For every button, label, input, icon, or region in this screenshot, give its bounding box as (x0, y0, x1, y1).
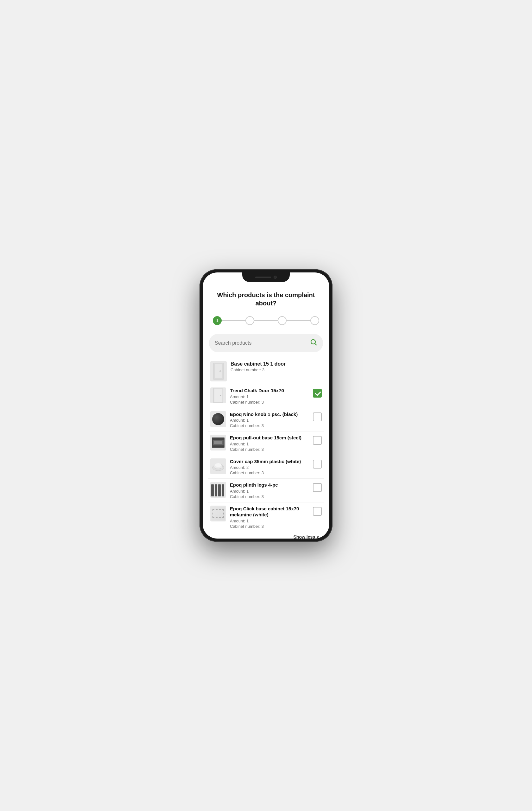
product-image-melamine (210, 506, 226, 521)
speaker (255, 277, 271, 278)
product-checkbox-1[interactable] (313, 389, 322, 398)
svg-line-1 (315, 344, 316, 345)
product-item-2: Epoq Nino knob 1 psc. (black) Amount: 1 … (208, 408, 324, 431)
search-bar[interactable] (209, 334, 323, 352)
knob-visual (212, 413, 224, 425)
product-name-5: Epoq plinth legs 4-pc (230, 482, 309, 488)
product-amount-2: Amount: 1 (230, 418, 309, 423)
product-checkbox-2[interactable] (313, 412, 322, 421)
leg-1 (211, 484, 214, 496)
product-info-5: Epoq plinth legs 4-pc Amount: 1 Cabinet … (230, 482, 309, 499)
phone-wrapper: Which products is the complaint about? 1 (200, 269, 332, 542)
product-cabinet-5: Cabinet number: 3 (230, 494, 309, 499)
product-cabinet-2: Cabinet number: 3 (230, 423, 309, 428)
svg-point-13 (215, 463, 221, 467)
product-amount-5: Amount: 1 (230, 489, 309, 493)
product-info-4: Cover cap 35mm plastic (white) Amount: 2… (230, 458, 309, 475)
product-name-3: Epoq pull-out base 15cm (steel) (230, 435, 309, 441)
product-image-legs (210, 482, 226, 498)
group-header-1: Base cabinet 15 1 door Cabinet number: 3 (208, 357, 324, 384)
leg-4 (222, 484, 224, 496)
product-name-2: Epoq Nino knob 1 psc. (black) (230, 411, 309, 417)
product-checkbox-3[interactable] (313, 436, 322, 445)
page-header: Which products is the complaint about? (203, 285, 329, 312)
product-amount-1: Amount: 1 (230, 394, 309, 399)
progress-stepper: 1 (203, 312, 329, 331)
step-2 (246, 316, 254, 325)
product-image-knob (210, 411, 226, 427)
leg-3 (218, 484, 221, 496)
product-item-5: Epoq plinth legs 4-pc Amount: 1 Cabinet … (208, 478, 324, 502)
svg-point-7 (220, 395, 221, 396)
product-image-covercap (210, 458, 226, 474)
phone-screen: Which products is the complaint about? 1 (203, 273, 329, 538)
product-amount-6: Amount: 1 (230, 519, 309, 523)
product-item-3: Epoq pull-out base 15cm (steel) Amount: … (208, 431, 324, 455)
search-container (203, 331, 329, 357)
phone-notch (242, 273, 290, 282)
product-info-6: Epoq Click base cabinet 15x70 melamine (… (230, 506, 309, 529)
show-less-label: Show less (294, 534, 315, 539)
product-checkbox-6[interactable] (313, 507, 322, 516)
product-checkbox-4[interactable] (313, 460, 322, 469)
product-item-1: Trend Chalk Door 15x70 Amount: 1 Cabinet… (208, 384, 324, 408)
legs-visual (211, 483, 225, 496)
product-info-1: Trend Chalk Door 15x70 Amount: 1 Cabinet… (230, 387, 309, 404)
group-name-1: Base cabinet 15 1 door (231, 361, 322, 367)
step-3 (278, 316, 286, 325)
product-cabinet-3: Cabinet number: 3 (230, 447, 309, 452)
product-image-pullout (210, 435, 226, 450)
group-info-1: Base cabinet 15 1 door Cabinet number: 3 (231, 361, 322, 372)
product-name-1: Trend Chalk Door 15x70 (230, 387, 309, 394)
product-item-4: Cover cap 35mm plastic (white) Amount: 2… (208, 455, 324, 479)
leg-2 (215, 484, 217, 496)
group-cabinet-1: Cabinet number: 3 (231, 367, 322, 372)
product-cabinet-6: Cabinet number: 3 (230, 524, 309, 529)
step-1: 1 (213, 316, 222, 325)
product-amount-4: Amount: 2 (230, 465, 309, 470)
product-cabinet-4: Cabinet number: 3 (230, 471, 309, 475)
product-info-2: Epoq Nino knob 1 psc. (black) Amount: 1 … (230, 411, 309, 428)
search-input[interactable] (215, 340, 310, 346)
product-name-6: Epoq Click base cabinet 15x70 melamine (… (230, 506, 309, 518)
group-image-1 (210, 361, 227, 381)
svg-point-4 (219, 370, 221, 372)
step-4 (310, 316, 319, 325)
step-line-3 (286, 320, 310, 321)
step-line-2 (254, 320, 278, 321)
product-cabinet-1: Cabinet number: 3 (230, 400, 309, 404)
melamine-visual (211, 507, 225, 520)
screen-content: Which products is the complaint about? 1 (203, 273, 329, 538)
svg-rect-10 (214, 441, 222, 444)
chevron-down-icon: ∨ (316, 535, 319, 539)
show-less-button[interactable]: Show less ∨ (208, 532, 324, 539)
camera (273, 276, 277, 279)
product-image-door (210, 387, 226, 403)
product-info-3: Epoq pull-out base 15cm (steel) Amount: … (230, 435, 309, 452)
phone-frame: Which products is the complaint about? 1 (200, 269, 332, 542)
product-amount-3: Amount: 1 (230, 442, 309, 446)
search-icon (310, 338, 317, 348)
product-item-6: Epoq Click base cabinet 15x70 melamine (… (208, 502, 324, 532)
product-checkbox-5[interactable] (313, 483, 322, 492)
product-name-4: Cover cap 35mm plastic (white) (230, 458, 309, 465)
step-line-1 (222, 320, 246, 321)
page-title: Which products is the complaint about? (210, 291, 322, 307)
product-group-1: Base cabinet 15 1 door Cabinet number: 3 (203, 357, 329, 538)
